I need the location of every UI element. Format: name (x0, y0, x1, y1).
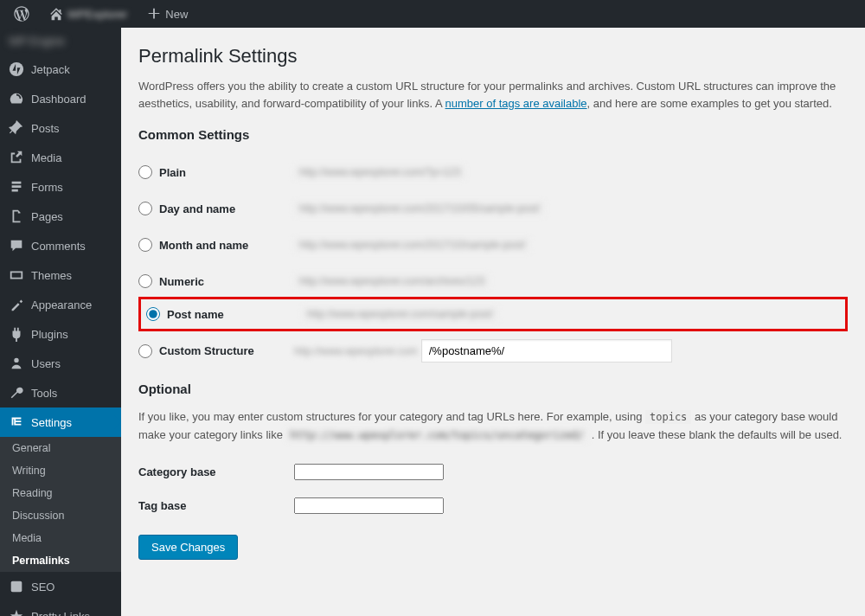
settings-submenu: General Writing Reading Discussion Media… (0, 437, 121, 572)
option-label: Numeric (159, 275, 204, 288)
option-dayname: Day and name http://www.wpexplorer.com/2… (138, 190, 848, 227)
sub-general[interactable]: General (0, 437, 121, 459)
intro-post: , and here are some examples to get you … (587, 97, 832, 110)
menu-label: Pages (31, 210, 63, 223)
menu-prettylinks[interactable]: Pretty Links (0, 601, 121, 616)
plus-icon (146, 6, 162, 22)
example-url: http://www.wpexplorer.com/archives/123 (294, 273, 490, 289)
users-icon (9, 356, 24, 371)
pages-icon (9, 209, 24, 224)
radio-monthname[interactable] (138, 238, 152, 252)
sub-discussion[interactable]: Discussion (0, 504, 121, 527)
radio-dayname[interactable] (138, 202, 152, 215)
menu-plugins[interactable]: Plugins (0, 319, 121, 349)
svg-rect-1 (11, 581, 22, 593)
sub-media[interactable]: Media (0, 527, 121, 549)
option-monthname: Month and name http://www.wpexplorer.com… (138, 227, 848, 263)
tag-base-label: Tag base (138, 499, 294, 512)
option-label: Day and name (159, 202, 235, 215)
home-icon (48, 6, 64, 22)
prettylinks-icon (9, 608, 24, 616)
radio-postname[interactable] (146, 307, 160, 321)
settings-icon (9, 414, 24, 430)
optional-description: If you like, you may enter custom struct… (138, 408, 848, 445)
optional-heading: Optional (138, 382, 848, 396)
menu-jetpack[interactable]: Jetpack (0, 55, 121, 84)
menu-label: Jetpack (31, 63, 70, 76)
menu-settings[interactable]: Settings (0, 407, 121, 437)
custom-structure-input[interactable] (421, 339, 672, 363)
menu-forms[interactable]: Forms (0, 172, 121, 202)
menu-label: Users (31, 357, 61, 370)
wordpress-icon (14, 6, 29, 22)
plugins-icon (9, 326, 24, 342)
menu-comments[interactable]: Comments (0, 231, 121, 260)
admin-sidebar: WP Engine Jetpack Dashboard Posts Media … (0, 28, 121, 616)
menu-dashboard[interactable]: Dashboard (0, 84, 121, 113)
menu-label: Appearance (31, 298, 92, 311)
topics-code: topics (645, 410, 691, 424)
wp-logo[interactable] (7, 6, 36, 22)
admin-bar: WPExplorer New (0, 0, 865, 28)
menu-label: Settings (31, 416, 72, 429)
intro-text: WordPress offers you the ability to crea… (138, 78, 848, 112)
menu-label: Comments (31, 240, 86, 253)
tag-base-input[interactable] (294, 497, 444, 514)
menu-posts[interactable]: Posts (0, 113, 121, 143)
menu-label: Tools (31, 387, 57, 400)
sub-reading[interactable]: Reading (0, 482, 121, 504)
new-content[interactable]: New (139, 6, 195, 22)
radio-numeric[interactable] (138, 274, 152, 288)
dashboard-icon (9, 91, 24, 106)
radio-custom[interactable] (138, 344, 152, 358)
custom-prefix: http://www.wpexplorer.com (294, 345, 418, 357)
comments-icon (9, 238, 24, 253)
menu-label: Dashboard (31, 93, 86, 106)
main-content: Permalink Settings WordPress offers you … (121, 28, 865, 616)
menu-label: Plugins (31, 328, 68, 341)
example-url: http://www.wpexplorer.com/2017/10/05/sam… (294, 201, 545, 216)
seo-icon (9, 579, 24, 594)
menu-label: Forms (31, 181, 63, 194)
new-label: New (165, 8, 188, 21)
sub-permalinks[interactable]: Permalinks (0, 549, 121, 572)
site-name-text: WPExplorer (67, 8, 127, 21)
menu-pages[interactable]: Pages (0, 202, 121, 231)
tools-icon (9, 385, 24, 401)
sidebar-site-name: WP Engine (0, 28, 121, 55)
menu-label: Posts (31, 122, 60, 135)
forms-icon (9, 179, 24, 195)
option-custom: Custom Structure http://www.wpexplorer.c… (138, 329, 848, 373)
menu-label: Pretty Links (31, 610, 90, 617)
menu-seo[interactable]: SEO (0, 572, 121, 601)
example-url: http://www.wpexplorer.com/2017/10/sample… (294, 237, 530, 253)
common-settings-heading: Common Settings (138, 127, 848, 142)
tags-available-link[interactable]: number of tags are available (445, 97, 587, 110)
site-home[interactable]: WPExplorer (42, 6, 134, 22)
opt-text-3: . If you leave these blank the defaults … (588, 428, 842, 441)
tag-base-row: Tag base (138, 489, 848, 523)
option-plain: Plain http://www.wpexplorer.com/?p=123 (138, 154, 848, 190)
example-url: http://www.wpexplorer.com/sample-post/ (302, 306, 498, 322)
example-category-link: http://www.wpexplorer.com/topics/uncateg… (286, 428, 589, 442)
save-button[interactable]: Save Changes (138, 535, 238, 560)
radio-plain[interactable] (138, 165, 152, 179)
menu-media[interactable]: Media (0, 143, 121, 172)
category-base-label: Category base (138, 465, 294, 478)
option-label: Post name (167, 308, 224, 321)
category-base-input[interactable] (294, 464, 444, 480)
menu-users[interactable]: Users (0, 349, 121, 378)
option-label: Month and name (159, 239, 248, 252)
option-label: Custom Structure (159, 344, 254, 357)
menu-label: Media (31, 151, 61, 164)
sub-writing[interactable]: Writing (0, 459, 121, 482)
category-base-row: Category base (138, 455, 848, 489)
menu-appearance[interactable]: Appearance (0, 290, 121, 319)
appearance-icon (9, 297, 24, 312)
pin-icon (9, 120, 24, 136)
option-numeric: Numeric http://www.wpexplorer.com/archiv… (138, 263, 848, 299)
menu-themes[interactable]: Themes (0, 260, 121, 290)
option-postname: Post name http://www.wpexplorer.com/samp… (138, 297, 848, 331)
menu-tools[interactable]: Tools (0, 378, 121, 407)
example-url: http://www.wpexplorer.com/?p=123 (294, 164, 465, 180)
